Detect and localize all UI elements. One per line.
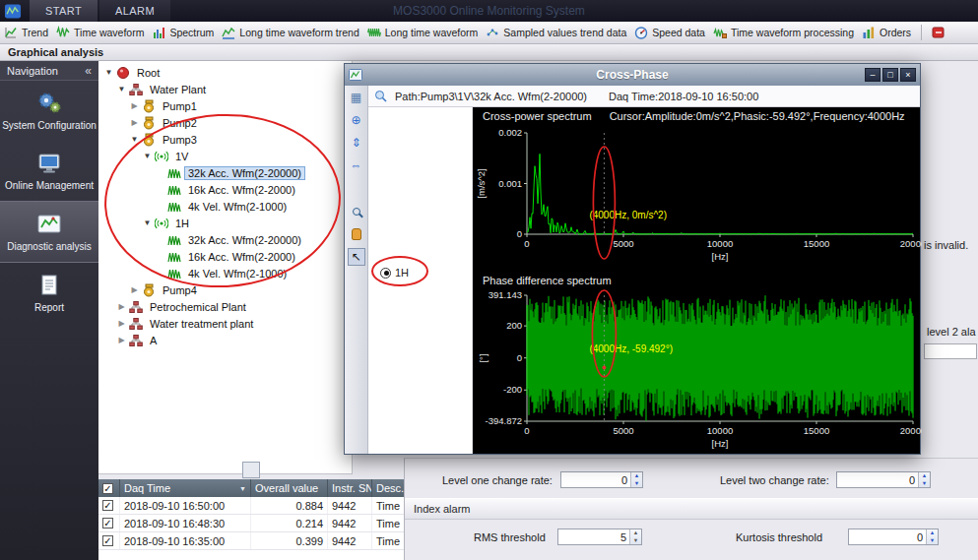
table-row[interactable]: ✓2018-09-10 16:35:000.3999442Time (98, 532, 406, 550)
expander-icon[interactable]: ▼ (143, 218, 152, 227)
long-waveform-icon (367, 26, 381, 39)
tree-item-16k-acc-wfm-2-2000[interactable]: 16k Acc. Wfm(2-2000) (98, 248, 352, 265)
column-header-instr-sn[interactable]: Instr. SN (328, 479, 372, 497)
sidebar-item-diagnostic-analysis[interactable]: Diagnostic analysis (0, 201, 98, 263)
sidebar-item-system-configuration[interactable]: System Configuration (0, 81, 98, 141)
path-icon (374, 90, 387, 102)
collapse-sidebar-button[interactable]: « (85, 64, 92, 78)
menu-tab-alarm[interactable]: ALARM (99, 0, 170, 22)
tree-item-pump1[interactable]: ▶Pump1 (98, 97, 352, 114)
tree-item-pump4[interactable]: ▶Pump4 (98, 281, 352, 298)
expander-icon[interactable]: ▶ (130, 101, 139, 110)
toolbar-item-spectrum[interactable]: Spectrum (152, 26, 214, 39)
toolbar-item-time-waveform-processing[interactable]: Time waveform processing (713, 26, 854, 39)
tree-item-water-plant[interactable]: ▼Water Plant (98, 81, 352, 97)
tree-item-32k-acc-wfm-2-20000[interactable]: 32k Acc. Wfm(2-20000) (98, 231, 352, 248)
spinner-arrows-icon[interactable]: ▲▼ (926, 529, 938, 544)
tree-item-16k-acc-wfm-2-2000[interactable]: 16k Acc. Wfm(2-2000) (98, 181, 352, 198)
toolbar-item-label: Time waveform (74, 27, 144, 38)
expander-icon[interactable]: ▶ (130, 285, 139, 294)
sidebar-item-report[interactable]: Report (0, 263, 98, 323)
expander-icon[interactable]: ▶ (117, 319, 126, 328)
tree-item-label: 32k Acc. Wfm(2-20000) (184, 233, 305, 247)
scroll-corner-box[interactable] (242, 462, 260, 478)
gears-icon (36, 92, 62, 115)
graphical-analysis-tab[interactable]: Graphical analysis (0, 44, 978, 61)
maximize-button[interactable]: □ (882, 68, 898, 82)
long-waveform-trend-icon (222, 26, 235, 39)
tree-item-pump3[interactable]: ▼Pump3 (98, 131, 352, 148)
hand-tool-icon[interactable] (348, 225, 365, 243)
expander-icon[interactable]: ▼ (143, 152, 152, 160)
toolbar-item-trend[interactable]: Trend (4, 26, 48, 39)
sort-desc-icon[interactable]: ▼ (239, 485, 246, 492)
select-arrow-icon[interactable]: ↖ (348, 248, 365, 266)
path-bar: Path:Pump3\1V\32k Acc. Wfm(2-20000) Daq … (368, 86, 920, 107)
expander-icon[interactable]: ▶ (117, 302, 126, 311)
row-checkbox[interactable]: ✓ (98, 515, 120, 531)
pump-icon (142, 116, 156, 130)
expander-icon[interactable]: ▼ (130, 135, 139, 144)
expander-icon[interactable]: ▶ (117, 336, 126, 344)
spinner-arrows-icon[interactable]: ▲▼ (918, 472, 930, 487)
toolbar-overflow-icon[interactable] (932, 26, 945, 39)
layout-grid-icon[interactable]: ▦ (348, 89, 365, 106)
level-one-change-rate-input[interactable]: 0 ▲▼ (560, 471, 643, 488)
pan-tool-icon[interactable]: ⊕ (348, 111, 365, 129)
rms-threshold-input[interactable]: 5 ▲▼ (557, 529, 642, 545)
toolbar-item-time-waveform[interactable]: Time waveform (56, 26, 144, 39)
dialog-titlebar[interactable]: Cross-Phase – □ × (345, 64, 920, 86)
tree-item-32k-acc-wfm-2-20000[interactable]: 32k Acc. Wfm(2-20000) (98, 164, 352, 181)
expander-icon[interactable]: ▼ (104, 68, 113, 77)
tree-item-1h[interactable]: ▼1H (98, 215, 352, 231)
close-button[interactable]: × (900, 68, 916, 82)
column-header-daq-time[interactable]: Daq Time▼ (120, 479, 251, 497)
row-checkbox[interactable]: ✓ (98, 497, 120, 514)
select-all-checkbox[interactable]: ✓ (98, 479, 120, 497)
toolbar-item-long-time-waveform-trend[interactable]: Long time waveform trend (222, 26, 359, 39)
table-row[interactable]: ✓2018-09-10 16:50:000.8849442Time (98, 497, 406, 515)
tree-item-petrochemical-plant[interactable]: ▶Petrochemical Plant (98, 298, 352, 315)
table-header-row: ✓Daq Time▼Overall valueInstr. SNDesc... (98, 479, 406, 497)
toolbar-item-long-time-waveform[interactable]: Long time waveform (367, 26, 479, 39)
spinner-arrows-icon[interactable]: ▲▼ (629, 529, 641, 544)
toolbar-separator (921, 25, 922, 40)
tree-item-pump2[interactable]: ▶Pump2 (98, 114, 352, 131)
bottom-chart-title: Phase difference spectrum (483, 275, 612, 286)
expander-icon[interactable]: ▶ (130, 118, 139, 127)
magnifier-icon[interactable] (348, 203, 365, 220)
phase-difference-spectrum-chart[interactable]: 391.1432000-200-394.87205000100001500020… (473, 289, 922, 454)
column-header-desc[interactable]: Desc... (372, 479, 406, 497)
toolbar-item-speed-data[interactable]: Speed data (634, 26, 705, 39)
table-row[interactable]: ✓2018-09-10 16:48:300.2149442Time (98, 515, 406, 532)
tree-item-1v[interactable]: ▼1V (98, 148, 352, 164)
spinner-arrows-icon[interactable]: ▲▼ (630, 472, 642, 487)
tree-item-4k-vel-wfm-2-1000[interactable]: 4k Vel. Wfm(2-1000) (98, 265, 352, 281)
toolbar-item-sampled-values-trend-data[interactable]: Sampled values trend data (486, 26, 626, 39)
zoom-vertical-icon[interactable]: ⇕ (348, 134, 365, 152)
cross-power-spectrum-chart[interactable]: 00.0010.00205000100001500020000[Hz][m/s^… (473, 125, 922, 272)
level-two-change-rate-input[interactable]: 0 ▲▼ (836, 471, 931, 488)
zoom-horizontal-icon[interactable]: ⇔ (348, 156, 365, 174)
background-input-fragment[interactable] (924, 343, 977, 359)
column-header-overall-value[interactable]: Overall value (251, 479, 328, 497)
tree-item-4k-vel-wfm-2-1000[interactable]: 4k Vel. Wfm(2-1000) (98, 198, 352, 215)
sidebar-item-online-management[interactable]: Online Management (0, 141, 98, 201)
channel-radio-1h[interactable]: 1H (380, 267, 409, 279)
row-checkbox[interactable]: ✓ (98, 532, 120, 549)
tree-item-root[interactable]: ▼Root (98, 64, 352, 81)
toolbar-item-orders[interactable]: Orders (862, 26, 911, 39)
tree-item-water-treatment-plant[interactable]: ▶Water treatment plant (98, 315, 352, 332)
kurtosis-threshold-label: Kurtosis threshold (736, 531, 822, 543)
dialog-icon (349, 69, 362, 81)
tree-item-label: A (146, 334, 161, 347)
minimize-button[interactable]: – (865, 68, 880, 82)
kurtosis-threshold-input[interactable]: 0 ▲▼ (848, 529, 939, 545)
tree-item-a[interactable]: ▶A (98, 332, 352, 348)
menu-tab-start[interactable]: START (30, 0, 98, 22)
desc-cell: Time (372, 532, 406, 549)
level-one-change-rate-label: Level one change rate: (442, 474, 553, 486)
app-logo-icon (4, 4, 22, 19)
overall-value-cell: 0.214 (251, 515, 328, 531)
expander-icon[interactable]: ▼ (117, 85, 126, 93)
